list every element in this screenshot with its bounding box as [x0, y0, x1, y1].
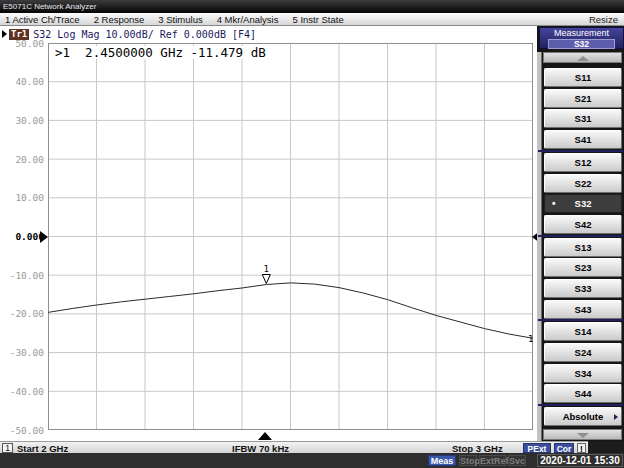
status-meas: Meas: [428, 455, 456, 466]
softkey-sidebar: Measurement S32 S11S21S31S41S12S22S32•S4…: [537, 26, 624, 441]
trace-format-text: S32 Log Mag 10.00dB/ Ref 0.000dB [F4]: [33, 29, 256, 40]
softkey-separator: [538, 235, 623, 237]
softkey-s14[interactable]: S14: [544, 322, 622, 341]
menu-bar: 1 Active Ch/Trace2 Response3 Stimulus4 M…: [0, 13, 624, 26]
softkey-separator: [538, 404, 623, 406]
y-axis-tick-label: -50.00: [0, 426, 44, 436]
softkey-header-value: S32: [548, 39, 615, 49]
softkey-s24[interactable]: S24: [544, 343, 622, 362]
softkey-s21[interactable]: S21: [544, 89, 622, 108]
arrow-down-icon: [577, 433, 589, 438]
status-stop: Stop: [459, 455, 477, 466]
window-title: E5071C Network Analyzer: [3, 2, 96, 11]
y-axis-tick-label: 50.00: [0, 39, 44, 49]
datetime-display: 2020-12-01 15:30: [537, 454, 623, 467]
sidebar-scroll-track[interactable]: [537, 52, 542, 441]
trace-end-number: 1: [528, 334, 533, 344]
softkey-s42[interactable]: S42: [544, 215, 622, 234]
softkey-s44[interactable]: S44: [544, 384, 622, 403]
app-window: E5071C Network Analyzer 1 Active Ch/Trac…: [0, 0, 624, 468]
channel-number-box: 1: [2, 443, 13, 453]
softkey-header-label: Measurement: [540, 28, 623, 38]
resize-menu-item[interactable]: Resize: [589, 14, 624, 25]
y-axis-tick-label: -30.00: [0, 348, 44, 358]
y-axis-tick-label: -10.00: [0, 271, 44, 281]
selected-bullet-icon: •: [552, 195, 556, 212]
marker-1-number: 1: [264, 264, 269, 274]
channel-status-row: 1 Start 2 GHz IFBW 70 kHz Stop 3 GHz PEx…: [0, 441, 588, 453]
softkey-separator: [538, 319, 623, 321]
softkey-absolute[interactable]: Absolute: [544, 407, 622, 426]
y-axis-tick-label: 30.00: [0, 116, 44, 126]
y-axis-tick-label: 10.00: [0, 193, 44, 203]
menu-item-4[interactable]: 4 Mkr/Analysis: [217, 14, 279, 25]
menu-item-3[interactable]: 3 Stimulus: [158, 14, 202, 25]
softkey-s41[interactable]: S41: [544, 130, 622, 149]
softkey-s32[interactable]: S32•: [544, 194, 622, 213]
warning-status-badge: !: [577, 443, 586, 453]
menu-items: 1 Active Ch/Trace2 Response3 Stimulus4 M…: [0, 14, 344, 25]
y-axis-tick-label: 20.00: [0, 155, 44, 165]
marker-readout: >1 2.4500000 GHz -11.479 dB: [52, 46, 269, 59]
softkey-header: Measurement S32: [539, 27, 624, 49]
title-bar: E5071C Network Analyzer: [0, 0, 624, 13]
softkey-s34[interactable]: S34: [544, 364, 622, 383]
softkey-s22[interactable]: S22: [544, 174, 622, 193]
y-axis-tick-label: 0.000: [0, 232, 44, 242]
softkey-s33[interactable]: S33: [544, 279, 622, 298]
status-extref: ExtRef: [479, 455, 506, 466]
instrument-status-bar: Meas Stop ExtRef Svc 2020-12-01 15:30: [0, 453, 624, 468]
reference-level-left-icon[interactable]: [40, 231, 48, 243]
softkey-s12[interactable]: S12: [544, 153, 622, 172]
softkey-s11[interactable]: S11: [544, 68, 622, 87]
softkey-separator: [538, 150, 623, 152]
submenu-arrow-icon: [614, 414, 618, 420]
y-axis-tick-label: -20.00: [0, 309, 44, 319]
menu-item-1[interactable]: 1 Active Ch/Trace: [5, 14, 80, 25]
softkey-s31[interactable]: S31: [544, 109, 622, 128]
scroll-up-button[interactable]: [543, 52, 622, 63]
pext-status-badge: PExt: [523, 443, 551, 453]
scroll-down-button[interactable]: [543, 429, 622, 440]
softkey-s43[interactable]: S43: [544, 300, 622, 319]
status-svc: Svc: [508, 455, 526, 466]
softkey-s23[interactable]: S23: [544, 258, 622, 277]
arrow-up-icon: [577, 56, 589, 61]
softkey-s13[interactable]: S13: [544, 238, 622, 257]
y-axis-tick-label: 40.00: [0, 77, 44, 87]
plot-svg: 11: [48, 43, 533, 430]
marker-1-icon[interactable]: [262, 275, 270, 284]
correction-status-badge: Cor: [554, 443, 574, 453]
sweep-position-icon: [258, 432, 272, 440]
menu-item-2[interactable]: 2 Response: [94, 14, 145, 25]
menu-item-5[interactable]: 5 Instr State: [292, 14, 343, 25]
y-axis-tick-label: -40.00: [0, 387, 44, 397]
active-trace-pointer-icon: [2, 30, 7, 38]
